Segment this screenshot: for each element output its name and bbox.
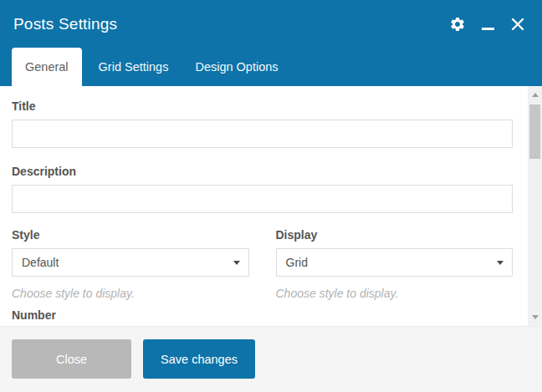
chevron-down-icon xyxy=(497,261,504,265)
scrollbar-thumb[interactable] xyxy=(529,104,540,159)
display-select-value: Grid xyxy=(286,256,308,269)
tab-panel-general: Title Description Style Default Choose s… xyxy=(0,86,528,326)
style-column: Style Default Choose style to display. xyxy=(12,227,249,302)
tab-bar: General Grid Settings Design Options xyxy=(0,48,542,86)
titlebar: Posts Settings xyxy=(0,0,542,48)
titlebar-controls xyxy=(448,15,527,33)
save-changes-button[interactable]: Save changes xyxy=(143,339,255,379)
minimize-icon[interactable] xyxy=(478,15,497,33)
form-area: Title Description Style Default Choose s… xyxy=(12,98,513,321)
posts-settings-modal: Posts Settings General Grid Settings Des… xyxy=(0,0,542,392)
modal-title: Posts Settings xyxy=(13,15,448,33)
close-icon[interactable] xyxy=(509,15,527,33)
modal-footer: Close Save changes xyxy=(0,326,542,392)
style-display-row: Style Default Choose style to display. D… xyxy=(12,227,513,302)
chevron-down-icon xyxy=(233,261,240,265)
style-select-value: Default xyxy=(22,256,59,269)
tab-general[interactable]: General xyxy=(12,48,82,86)
close-button[interactable]: Close xyxy=(12,339,131,379)
style-helper-text: Choose style to display. xyxy=(12,285,249,302)
description-input[interactable] xyxy=(12,185,513,213)
scrollbar[interactable] xyxy=(528,86,542,326)
tab-design-options[interactable]: Design Options xyxy=(182,48,291,86)
number-label: Number xyxy=(12,307,513,321)
title-input[interactable] xyxy=(12,120,513,148)
scroll-up-arrow-icon[interactable] xyxy=(528,88,542,102)
style-select[interactable]: Default xyxy=(12,248,249,277)
tab-grid-settings[interactable]: Grid Settings xyxy=(85,48,182,86)
title-label: Title xyxy=(12,98,513,115)
gear-icon[interactable] xyxy=(448,15,467,33)
display-select[interactable]: Grid xyxy=(276,248,514,277)
style-label: Style xyxy=(12,227,249,243)
display-helper-text: Choose style to display. xyxy=(276,285,514,302)
display-label: Display xyxy=(276,227,514,243)
scroll-down-arrow-icon[interactable] xyxy=(528,310,542,324)
description-label: Description xyxy=(12,163,513,180)
display-column: Display Grid Choose style to display. xyxy=(276,227,514,302)
